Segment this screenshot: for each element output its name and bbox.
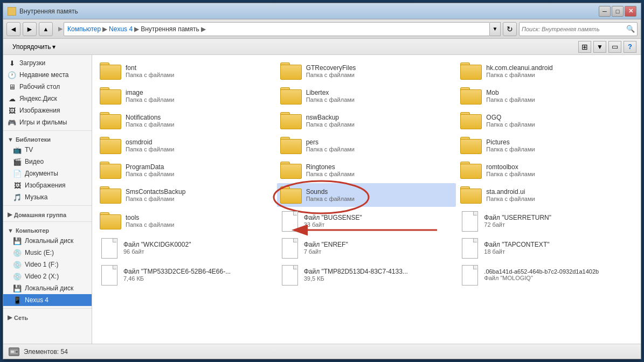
file-size-tmp82d: 39,5 КБ <box>304 275 453 282</box>
breadcrumb-nexus4[interactable]: Nexus 4 <box>109 25 133 33</box>
folder-icon-pictures <box>460 137 482 154</box>
recent-icon: 🕐 <box>8 71 16 79</box>
window-icon <box>8 7 16 16</box>
yandex-icon: ☁ <box>8 94 16 103</box>
file-name-wkcidgk: Файл "WKCIDGK0002" <box>123 241 273 248</box>
file-name-enref: Файл "ENREF" <box>304 241 453 248</box>
file-mologiq[interactable]: .06ba141d-a652-464b-b7c2-0932d1a1402b Фа… <box>457 262 636 288</box>
forward-button[interactable]: ► <box>23 22 37 36</box>
folder-info-sta: sta.android.ui Папка с файлами <box>486 188 633 202</box>
sidebar-item-downloads[interactable]: ⬇ Загрузки <box>3 57 92 69</box>
maximize-button[interactable]: □ <box>612 6 624 17</box>
address-dropdown-button[interactable]: ▼ <box>490 22 501 36</box>
sidebar-item-games[interactable]: 🎮 Игры и фильмы <box>3 116 92 128</box>
sidebar-section-libraries[interactable]: ▼ Библиотеки <box>3 133 92 144</box>
sidebar-item-localdisk2[interactable]: 💾 Локальный диск <box>3 282 92 294</box>
folder-nswbackup[interactable]: nswBackup Папка с файлами <box>277 109 456 133</box>
view-dropdown-button[interactable]: ▼ <box>593 41 606 53</box>
folder-ringtones[interactable]: Ringtones Папка с файлами <box>277 158 456 182</box>
organize-label: Упорядочить <box>12 43 51 51</box>
sidebar-item-docs[interactable]: 📄 Документы <box>3 168 92 179</box>
folder-ogq[interactable]: OGQ Папка с файлами <box>457 109 636 133</box>
sidebar-label-downloads: Загрузки <box>19 59 45 67</box>
sidebar-section-network[interactable]: ▶ Сеть <box>3 311 92 322</box>
folder-hk[interactable]: hk.com.cleanui.android Папка с файлами <box>457 59 636 83</box>
sidebar-item-images[interactable]: 🖼 Изображения <box>3 105 92 116</box>
file-bugsense[interactable]: Файл "BUGSENSE" 33 байт <box>277 208 456 234</box>
folder-icon-notifications <box>100 112 121 129</box>
sidebar-item-music-e[interactable]: 💿 Music (E:) <box>3 247 92 259</box>
folder-tools[interactable]: tools Папка с файлами <box>96 208 276 234</box>
folder-sounds[interactable]: Sounds Папка с файлами <box>277 183 456 207</box>
file-name-tapcontext: Файл "TAPCONTEXT" <box>484 241 633 248</box>
folder-mob[interactable]: Mob Папка с файлами <box>457 84 636 108</box>
sidebar-item-tv[interactable]: 📺 TV <box>3 144 92 156</box>
preview-button[interactable]: ▭ <box>608 41 621 53</box>
sidebar-section-computer[interactable]: ▼ Компьютер <box>3 224 92 235</box>
folder-programdata[interactable]: ProgramData Папка с файлами <box>96 158 276 182</box>
sidebar-label-images2: Изображения <box>25 182 65 189</box>
sidebar-item-music[interactable]: 🎵 Музыка <box>3 191 92 203</box>
sidebar-item-yandex[interactable]: ☁ Яндекс.Диск <box>3 93 92 105</box>
back-button[interactable]: ◄ <box>6 22 20 36</box>
folder-name-smscontacts: SmsContactsBackup <box>126 188 273 196</box>
folder-pers[interactable]: pers Папка с файлами <box>277 134 456 157</box>
folder-font[interactable]: font Папка с файлами <box>96 59 276 83</box>
folder-osmdroid[interactable]: osmdroid Папка с файлами <box>96 134 276 157</box>
help-button[interactable]: ? <box>624 41 636 53</box>
folder-libertex[interactable]: Libertex Папка с файлами <box>277 84 456 108</box>
folder-info-programdata: ProgramData Папка с файлами <box>126 163 273 177</box>
folder-smscontacts[interactable]: SmsContactsBackup Папка с файлами <box>96 183 276 207</box>
file-tmp533[interactable]: Файл "TMP533D2CE6-52B6-4E66-... 7,46 КБ <box>96 262 276 288</box>
sidebar-item-recent[interactable]: 🕐 Недавние места <box>3 69 92 81</box>
file-size-userreturn: 72 байт <box>484 221 633 228</box>
sidebar-divider-2 <box>3 205 92 206</box>
libraries-chevron-icon: ▼ <box>8 136 13 143</box>
file-icon-bugsense <box>280 210 300 232</box>
folder-romtoolbox[interactable]: romtoolbox Папка с файлами <box>457 158 636 182</box>
sidebar-item-video2[interactable]: 💿 Video 2 (X:) <box>3 270 92 282</box>
folder-type-font: Папка с файлами <box>126 72 273 78</box>
sidebar-label-recent: Недавние места <box>19 71 68 79</box>
folder-image[interactable]: image Папка с файлами <box>96 84 276 108</box>
file-wkcidgk[interactable]: Файл "WKCIDGK0002" 96 байт <box>96 235 276 261</box>
folder-type-notifications: Папка с файлами <box>126 121 273 128</box>
sidebar-section-homegroup[interactable]: ▶ Домашняя группа <box>3 208 92 219</box>
file-tapcontext[interactable]: Файл "TAPCONTEXT" 18 байт <box>457 235 636 261</box>
breadcrumb-computer[interactable]: Компьютер <box>67 25 101 33</box>
folder-name-nswbackup: nswBackup <box>306 114 453 121</box>
folder-notifications[interactable]: Notifications Папка с файлами <box>96 109 276 133</box>
sidebar-item-video[interactable]: 🎬 Видео <box>3 156 92 168</box>
breadcrumb[interactable]: Компьютер ▶ Nexus 4 ▶ Внутренняя память … <box>64 22 490 36</box>
folder-name-image: image <box>126 89 273 96</box>
folder-type-pers: Папка с файлами <box>306 146 453 152</box>
up-button[interactable]: ▲ <box>39 22 53 36</box>
localdisk2-icon: 💾 <box>13 284 22 293</box>
organize-arrow: ▾ <box>52 43 56 51</box>
refresh-button[interactable]: ↻ <box>503 22 517 36</box>
folder-type-ogq: Папка с файлами <box>486 121 633 128</box>
file-name-bugsense: Файл "BUGSENSE" <box>304 214 453 221</box>
sidebar-item-video1[interactable]: 💿 Video 1 (F:) <box>3 259 92 270</box>
file-tmp82d[interactable]: Файл "TMP82D513D4-83C7-4133... 39,5 КБ <box>277 262 456 288</box>
sidebar-item-images2[interactable]: 🖼 Изображения <box>3 179 92 191</box>
search-input[interactable] <box>522 26 626 32</box>
search-icon[interactable]: 🔍 <box>626 25 635 33</box>
minimize-button[interactable]: ─ <box>599 6 611 17</box>
folder-type-libertex: Папка с файлами <box>306 96 453 103</box>
folder-name-hk: hk.com.cleanui.android <box>486 64 633 72</box>
sidebar-item-desktop[interactable]: 🖥 Рабочий стол <box>3 81 92 93</box>
folder-pictures[interactable]: Pictures Папка с файлами <box>457 134 636 157</box>
file-size-mologiq: Файл "MOLOGIQ" <box>484 275 633 281</box>
sidebar-item-nexus4[interactable]: 📱 Nexus 4 <box>3 294 92 306</box>
folder-gtrecovery[interactable]: GTRecoveryFiles Папка с файлами <box>277 59 456 83</box>
view-grid-button[interactable]: ⊞ <box>578 41 591 53</box>
file-userreturn[interactable]: Файл "USERRETURN" 72 байт <box>457 208 636 234</box>
folder-info-image: image Папка с файлами <box>126 89 273 103</box>
file-enref[interactable]: Файл "ENREF" 7 байт <box>277 235 456 261</box>
sidebar-item-cdrive[interactable]: 💾 Локальный диск <box>3 235 92 247</box>
organize-button[interactable]: Упорядочить ▾ <box>8 41 60 53</box>
folder-sta[interactable]: sta.android.ui Папка с файлами <box>457 183 636 207</box>
close-button[interactable]: ✕ <box>625 6 636 17</box>
folder-name-ringtones: Ringtones <box>306 163 453 171</box>
